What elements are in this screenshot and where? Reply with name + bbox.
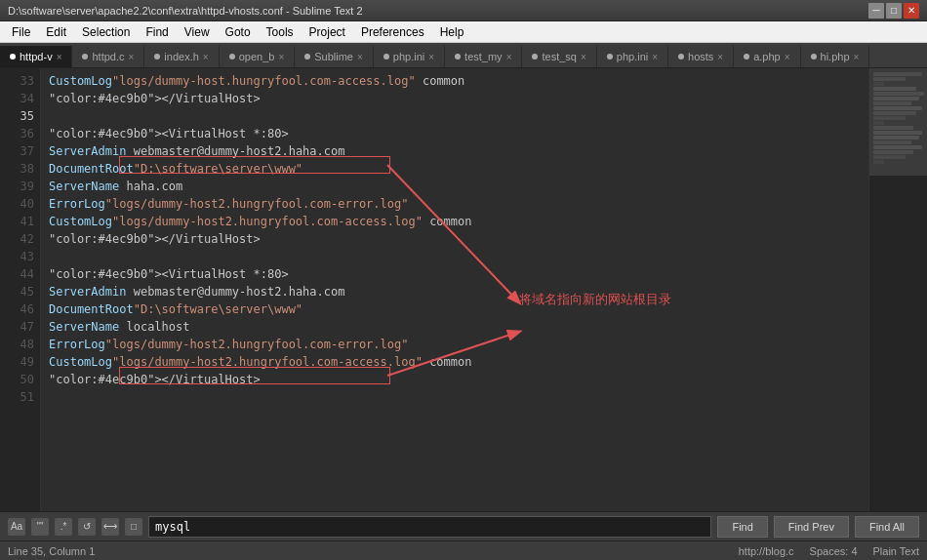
- findbar-regex-icon[interactable]: .*: [55, 518, 72, 536]
- tab-sublime[interactable]: Sublime×: [295, 46, 374, 67]
- line-number: 45: [0, 283, 34, 300]
- tab-dot: [455, 54, 461, 60]
- tab-close-icon[interactable]: ×: [506, 52, 512, 62]
- line-number: 34: [0, 90, 34, 107]
- code-line: CustomLog "logs/dummy-host2.hungryfool.c…: [49, 213, 861, 230]
- code-line: ServerName localhost: [49, 318, 861, 336]
- tab-bar: httpd-v×httpd.c×index.h×open_b×Sublime×p…: [0, 43, 927, 68]
- code-line: CustomLog "logs/dummy-host2.hungryfool.c…: [49, 353, 861, 371]
- line-number: 33: [0, 72, 34, 90]
- findbar-word-icon[interactable]: "": [31, 518, 49, 536]
- tab-label: test_my: [464, 51, 503, 62]
- menu-item-find[interactable]: Find: [138, 21, 176, 42]
- menu-item-project[interactable]: Project: [302, 21, 353, 42]
- menu-item-help[interactable]: Help: [432, 21, 472, 42]
- findbar-wrap-icon[interactable]: ⟷: [101, 518, 119, 536]
- tab-testmy[interactable]: test_my×: [445, 46, 522, 67]
- code-line: "color:#4ec9b0"><VirtualHost *:80>: [49, 125, 861, 142]
- tab-aphp[interactable]: a.php×: [734, 46, 800, 67]
- tab-dot: [532, 54, 538, 60]
- code-line: ServerName haha.com: [49, 178, 861, 195]
- status-spaces: Spaces: 4: [810, 545, 858, 557]
- tab-label: hosts: [688, 51, 713, 62]
- line-number: 40: [0, 195, 34, 213]
- code-line: DocumentRoot "D:\software\server\www": [49, 160, 861, 178]
- tab-dot: [154, 54, 160, 60]
- findbar-case-icon[interactable]: Aa: [8, 518, 25, 536]
- tab-close-icon[interactable]: ×: [278, 52, 284, 62]
- window-controls: ─ □ ✕: [868, 3, 919, 19]
- menu-item-tools[interactable]: Tools: [259, 21, 302, 42]
- status-url: http://blog.c: [739, 545, 794, 557]
- tab-openb[interactable]: open_b×: [220, 46, 296, 67]
- tab-label: Sublime: [314, 51, 353, 62]
- find-all-button[interactable]: Find All: [855, 516, 919, 538]
- tab-close-icon[interactable]: ×: [652, 52, 658, 62]
- minimize-button[interactable]: ─: [868, 3, 884, 19]
- menu-item-preferences[interactable]: Preferences: [353, 21, 432, 42]
- menu-item-view[interactable]: View: [177, 21, 218, 42]
- menu-item-selection[interactable]: Selection: [74, 21, 138, 42]
- tab-label: php.ini: [617, 51, 648, 62]
- tab-close-icon[interactable]: ×: [57, 52, 62, 62]
- titlebar: D:\software\server\apache2.2\conf\extra\…: [0, 0, 927, 21]
- menu-item-edit[interactable]: Edit: [38, 21, 74, 42]
- code-line: [49, 107, 861, 125]
- line-number: 42: [0, 230, 34, 248]
- tab-phpini[interactable]: php.ini×: [374, 46, 445, 67]
- tab-close-icon[interactable]: ×: [854, 52, 860, 62]
- tab-close-icon[interactable]: ×: [129, 52, 135, 62]
- tab-label: test_sq: [542, 51, 576, 62]
- line-number: 51: [0, 388, 34, 406]
- tab-testsq[interactable]: test_sq×: [522, 46, 596, 67]
- editor-container: 33343536373839404142434445464748495051 C…: [0, 68, 927, 511]
- find-prev-button[interactable]: Find Prev: [774, 516, 849, 538]
- line-number: 37: [0, 142, 34, 160]
- code-line: ServerAdmin webmaster@dummy-host2.haha.c…: [49, 283, 861, 300]
- tab-hosts[interactable]: hosts×: [668, 46, 734, 67]
- tab-indexh[interactable]: index.h×: [144, 46, 219, 67]
- tab-label: index.h: [164, 51, 198, 62]
- find-input[interactable]: [148, 516, 711, 538]
- menubar: FileEditSelectionFindViewGotoToolsProjec…: [0, 21, 927, 43]
- status-encoding: Plain Text: [873, 545, 920, 557]
- line-number: 44: [0, 265, 34, 283]
- minimap-viewport[interactable]: [868, 68, 927, 176]
- tab-label: a.php: [753, 51, 781, 62]
- code-line: "color:#4ec9b0"></VirtualHost>: [49, 90, 861, 107]
- tab-dot: [10, 54, 16, 60]
- line-number: 49: [0, 353, 34, 371]
- menu-item-goto[interactable]: Goto: [218, 21, 259, 42]
- tab-close-icon[interactable]: ×: [203, 52, 209, 62]
- code-line: DocumentRoot "D:\software\server\www": [49, 300, 861, 318]
- menu-item-file[interactable]: File: [4, 21, 38, 42]
- find-button[interactable]: Find: [717, 516, 767, 538]
- findbar-highlight-icon[interactable]: □: [125, 518, 142, 536]
- tab-dot: [811, 54, 817, 60]
- code-line: ServerAdmin webmaster@dummy-host2.haha.c…: [49, 142, 861, 160]
- tab-httpdv[interactable]: httpd-v×: [0, 46, 72, 67]
- tab-phpini[interactable]: php.ini×: [597, 46, 668, 67]
- code-line: "color:#4ec9b0"></VirtualHost>: [49, 371, 861, 388]
- tab-label: open_b: [239, 51, 275, 62]
- status-position: Line 35, Column 1: [8, 545, 95, 557]
- line-number: 41: [0, 213, 34, 230]
- close-button[interactable]: ✕: [904, 3, 919, 19]
- tab-httpdc[interactable]: httpd.c×: [72, 46, 144, 67]
- tab-close-icon[interactable]: ×: [717, 52, 723, 62]
- tab-dot: [383, 54, 389, 60]
- tab-close-icon[interactable]: ×: [357, 52, 363, 62]
- maximize-button[interactable]: □: [886, 3, 902, 19]
- tab-close-icon[interactable]: ×: [581, 52, 586, 62]
- tab-close-icon[interactable]: ×: [785, 52, 790, 62]
- tab-dot: [82, 54, 88, 60]
- code-line: "color:#4ec9b0"></VirtualHost>: [49, 230, 861, 248]
- title-text: D:\software\server\apache2.2\conf\extra\…: [8, 5, 868, 17]
- line-number: 47: [0, 318, 34, 336]
- tab-close-icon[interactable]: ×: [428, 52, 434, 62]
- findbar-replace-icon[interactable]: ↺: [78, 518, 96, 536]
- tab-dot: [744, 54, 749, 60]
- code-area[interactable]: CustomLog "logs/dummy-host.hungryfool.co…: [41, 68, 868, 511]
- tab-hiphp[interactable]: hi.php×: [801, 46, 870, 67]
- code-line: ErrorLog "logs/dummy-host2.hungryfool.co…: [49, 336, 861, 353]
